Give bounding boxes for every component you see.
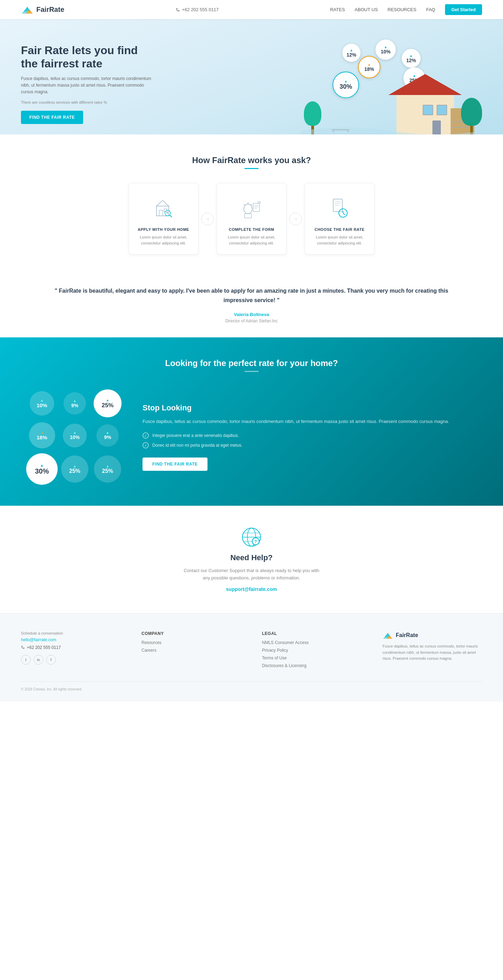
stop-check-1: ✓ Integer posuere erat a ante venenatis … — [143, 433, 475, 439]
how-underline — [245, 168, 258, 169]
step-icon-1 — [137, 194, 190, 222]
find-rate-button-hero[interactable]: FIND THE FAIR RATE — [21, 111, 83, 124]
footer-phone-icon — [21, 646, 25, 649]
stop-desc: Fusce dapibus, tellus ac cursus commodo,… — [143, 418, 475, 425]
social-twitter[interactable]: t — [21, 655, 31, 665]
svg-rect-5 — [159, 210, 163, 216]
footer-col-legal: LEGAL NMLS Consumer Access Privacy Polic… — [262, 631, 361, 671]
stop-check-2: ✓ Donec id elit non mi porta gravida at … — [143, 442, 475, 449]
step-arrow-2: → — [289, 213, 302, 225]
footer-top: Schedule a conversation hello@fairrate.c… — [21, 631, 482, 671]
nav-phone-number: +62 202 555 0117 — [182, 7, 219, 12]
footer-phone-number: +62 202 555 0117 — [27, 645, 61, 650]
footer-col-brand: FairRate Fusce dapibus, tellus ac cursus… — [382, 631, 482, 671]
nav-phone: +62 202 555 0117 — [176, 7, 219, 12]
help-desc: Contact our Customer Support that is alw… — [181, 567, 322, 582]
footer-link-nmls[interactable]: NMLS Consumer Access — [262, 640, 361, 645]
house-window-2 — [423, 105, 433, 115]
step-title-3: CHOOSE THE FAIR RATE — [313, 228, 366, 232]
help-email[interactable]: support@fairrate.com — [226, 586, 277, 592]
nav-about[interactable]: ABOUT US — [355, 7, 377, 12]
hero-section: Fair Rate lets you find the fairrest rat… — [0, 19, 503, 134]
check-text-2: Donec id elit non mi porta gravida at eg… — [152, 443, 242, 448]
svg-rect-15 — [245, 214, 252, 218]
find-rate-button-teal[interactable]: FIND THE FAIR RATE — [143, 458, 207, 471]
house-roof — [388, 74, 462, 95]
step-card-2: COMPLETE THE FORM Lorem ipsum dolor sit … — [216, 183, 287, 255]
footer-brand-desc: Fusce dapibus, tellus ac cursus commodo,… — [382, 643, 482, 662]
teal-bubble-7: ▲ 30% — [26, 453, 57, 485]
nav-links: RATES ABOUT US RESOURCES FAQ Get Started — [330, 4, 482, 15]
svg-rect-16 — [253, 203, 259, 212]
how-title: How FairRate works you ask? — [21, 156, 482, 165]
footer-col-company: COMPANY Resources Careers — [142, 631, 241, 671]
svg-line-13 — [244, 204, 245, 205]
footer-link-privacy[interactable]: Privacy Policy — [262, 648, 361, 653]
svg-line-27 — [343, 213, 345, 215]
apply-home-icon — [150, 196, 177, 220]
footer-link-careers[interactable]: Careers — [142, 648, 241, 653]
testimonial-author: Valeria Boltneva — [42, 312, 461, 317]
teal-bubble-4: ▲ 18% — [29, 422, 55, 449]
logo[interactable]: FairRate — [21, 5, 64, 15]
svg-text:?: ? — [254, 539, 257, 544]
how-section: How FairRate works you ask? APPLY WITH Y… — [0, 134, 503, 272]
check-icon-2: ✓ — [143, 442, 149, 449]
step-icon-3 — [313, 194, 366, 222]
nav-resources[interactable]: RESOURCES — [388, 7, 416, 12]
social-facebook[interactable]: f — [46, 655, 56, 665]
footer-legal-heading: LEGAL — [262, 631, 361, 636]
footer-company-heading: COMPANY — [142, 631, 241, 636]
step-title-2: COMPLETE THE FORM — [225, 228, 278, 232]
teal-bubble-6: ▲ 9% — [96, 424, 119, 447]
svg-line-8 — [170, 215, 172, 217]
footer-logo-icon — [382, 631, 393, 640]
social-linkedin[interactable]: in — [33, 655, 43, 665]
stop-title: Stop Looking — [143, 403, 475, 412]
testimonial-role: Director of Adrian Stefan.Inc — [42, 318, 461, 323]
check-icon-1: ✓ — [143, 433, 149, 439]
teal-right: Stop Looking Fusce dapibus, tellus ac cu… — [143, 403, 475, 471]
footer-link-terms[interactable]: Terms of Use — [262, 655, 361, 660]
navbar: FairRate +62 202 555 0117 RATES ABOUT US… — [0, 0, 503, 19]
nav-rates[interactable]: RATES — [330, 7, 345, 12]
step-card-3: CHOOSE THE FAIR RATE Lorem ipsum dolor s… — [305, 183, 374, 255]
step-title-1: APPLY WITH YOUR HOME — [137, 228, 190, 232]
logo-icon — [21, 5, 33, 15]
footer: Schedule a conversation hello@fairrate.c… — [0, 613, 503, 702]
help-section: ? Need Help? Contact our Customer Suppor… — [0, 506, 503, 613]
hero-title: Fair Rate lets you find the fairrest rat… — [21, 44, 154, 70]
hero-content: Fair Rate lets you find the fairrest rat… — [21, 37, 154, 124]
house-window-1 — [437, 105, 447, 115]
teal-bubble-8: ▲ 25% — [61, 455, 88, 483]
step-desc-1: Lorem ipsum dolor sit amet, consectetur … — [137, 234, 190, 246]
phone-icon — [176, 8, 180, 12]
teal-bubble-3: ▲ 25% — [94, 390, 121, 417]
footer-copyright: © 2018 Celosio, Inc. All rights reserved… — [21, 687, 482, 691]
teal-bubbles-grid: ▲ 10% ▲ 9% ▲ 25% ▲ 18% ▲ 10% ▲ 9% — [28, 390, 121, 485]
steps-row: APPLY WITH YOUR HOME Lorem ipsum dolor s… — [21, 183, 482, 255]
svg-line-14 — [251, 204, 252, 205]
house-scene — [301, 37, 482, 134]
teal-bubble-5: ▲ 10% — [63, 424, 87, 447]
svg-marker-4 — [156, 200, 169, 206]
nav-faq[interactable]: FAQ — [426, 7, 435, 12]
footer-link-resources[interactable]: Resources — [142, 640, 241, 645]
footer-schedule: Schedule a conversation — [21, 631, 121, 635]
step-desc-3: Lorem ipsum dolor sit amet, consectetur … — [313, 234, 366, 246]
help-title: Need Help? — [21, 553, 482, 562]
footer-brand: FairRate — [382, 631, 482, 640]
teal-bubble-9: ▲ 25% — [94, 455, 121, 483]
get-started-button[interactable]: Get Started — [445, 4, 482, 15]
hero-sub: There are countless services with differ… — [21, 100, 154, 104]
footer-email[interactable]: hello@fairrate.com — [21, 637, 121, 642]
footer-brand-name: FairRate — [396, 632, 418, 638]
logo-text: FairRate — [36, 6, 64, 14]
check-text-1: Integer posuere erat a ante venenatis da… — [152, 433, 239, 438]
teal-underline — [245, 371, 258, 372]
help-globe-icon: ? — [241, 527, 262, 547]
teal-inner: ▲ 10% ▲ 9% ▲ 25% ▲ 18% ▲ 10% ▲ 9% — [28, 390, 475, 485]
footer-link-disclosures[interactable]: Disclosures & Licensing — [262, 663, 361, 668]
footer-col-contact: Schedule a conversation hello@fairrate.c… — [21, 631, 121, 671]
complete-form-icon — [237, 196, 266, 220]
